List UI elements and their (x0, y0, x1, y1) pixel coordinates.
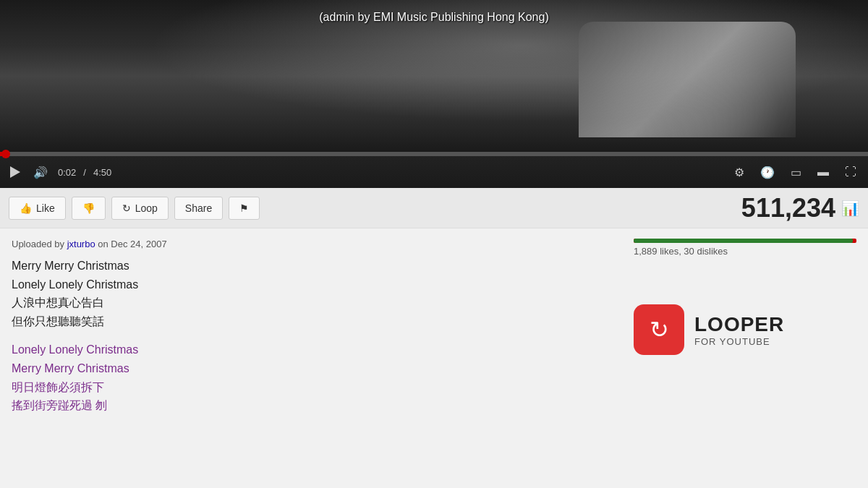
clock-button[interactable]: 🕐 (756, 163, 779, 182)
share-button[interactable]: Share (174, 197, 223, 220)
flag-button[interactable]: ⚑ (229, 197, 260, 220)
theater-button[interactable]: ▬ (813, 163, 833, 181)
right-panel: 1,889 likes, 30 dislikes ↻ LOOPER FOR YO… (622, 228, 868, 488)
lyrics-line-2: Lonely Lonely Christmas (12, 275, 610, 294)
main-content: Uploaded by jxturbo on Dec 24, 2007 Merr… (0, 228, 868, 488)
view-count: 511,234 (741, 193, 835, 223)
looper-subtitle: FOR YOUTUBE (694, 336, 784, 347)
loop-button[interactable]: ↻ Loop (111, 197, 169, 220)
video-caption: (admin by EMI Music Publishing Hong Kong… (319, 11, 548, 24)
lyrics-line-6: Merry Merry Christmas (12, 359, 610, 378)
time-separator: / (83, 167, 86, 178)
looper-title: LOOPER (694, 313, 784, 336)
play-icon (10, 166, 20, 178)
time-display: 0:02 (58, 167, 76, 178)
flag-icon: ⚑ (239, 202, 249, 214)
lyrics-line-5: Lonely Lonely Christmas (12, 341, 610, 359)
loop-icon: ↻ (122, 202, 131, 214)
volume-button[interactable]: 🔊 (30, 163, 51, 182)
play-button[interactable] (7, 163, 23, 181)
lyrics-gap (12, 330, 610, 341)
fullscreen-button[interactable]: ⛶ (841, 163, 861, 181)
lyrics-line-3: 人浪中想真心告白 (12, 294, 610, 312)
volume-icon: 🔊 (33, 166, 48, 179)
lyrics-line-4: 但你只想聽聽笑話 (12, 312, 610, 331)
settings-button[interactable]: ⚙ (730, 163, 749, 182)
likes-bar-fill (634, 239, 853, 243)
loop-label: Loop (135, 202, 158, 214)
miniplayer-button[interactable]: ▭ (786, 163, 806, 182)
looper-section: ↻ LOOPER FOR YOUTUBE (634, 304, 784, 355)
miniplayer-icon: ▭ (791, 166, 801, 179)
video-player: (admin by EMI Music Publishing Hong Kong… (0, 0, 868, 188)
dislike-button[interactable]: 👎 (72, 197, 106, 220)
lyrics-line-8: 搖到街旁踫死過 刎 (12, 396, 610, 415)
action-bar: 👍 Like 👎 ↻ Loop Share ⚑ 511,234 📊 (0, 188, 868, 228)
theater-icon: ▬ (817, 166, 829, 179)
lyrics-line-7: 明日燈飾必須拆下 (12, 378, 610, 397)
controls-bar: 🔊 0:02 / 4:50 ⚙ 🕐 ▭ ▬ ⛶ (0, 156, 868, 188)
settings-icon: ⚙ (734, 166, 744, 179)
lyrics-line-1: Merry Merry Christmas (12, 257, 610, 275)
like-label: Like (36, 202, 55, 214)
likes-bar-container: 1,889 likes, 30 dislikes (634, 239, 856, 257)
upload-suffix: on Dec 24, 2007 (95, 239, 167, 249)
video-thumbnail (579, 22, 796, 137)
uploader-link[interactable]: jxturbo (67, 239, 95, 249)
progress-handle[interactable] (1, 150, 10, 158)
left-panel: Uploaded by jxturbo on Dec 24, 2007 Merr… (0, 228, 622, 488)
thumbs-up-icon: 👍 (20, 202, 32, 214)
video-content: (admin by EMI Music Publishing Hong Kong… (0, 0, 868, 152)
progress-bar[interactable] (0, 152, 868, 156)
clock-icon: 🕐 (760, 166, 775, 179)
time-total: 4:50 (93, 167, 111, 178)
looper-text-block: LOOPER FOR YOUTUBE (694, 313, 784, 347)
like-button[interactable]: 👍 Like (9, 197, 66, 220)
share-label: Share (185, 202, 212, 214)
upload-prefix: Uploaded by (12, 239, 67, 249)
bar-chart-icon[interactable]: 📊 (841, 200, 859, 217)
likes-bar (634, 239, 856, 243)
upload-info: Uploaded by jxturbo on Dec 24, 2007 (12, 239, 610, 249)
likes-text: 1,889 likes, 30 dislikes (634, 246, 856, 257)
view-count-section: 511,234 📊 (741, 193, 859, 223)
looper-logo-box: ↻ (634, 304, 684, 355)
looper-icon: ↻ (650, 316, 669, 343)
thumbs-down-icon: 👎 (82, 202, 95, 214)
fullscreen-icon: ⛶ (845, 166, 856, 179)
